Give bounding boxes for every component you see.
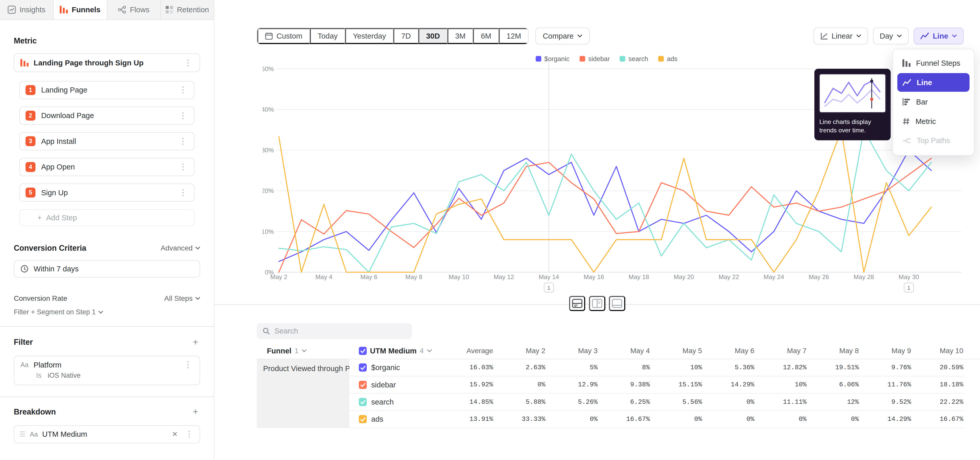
day-column-header[interactable]: May 5	[651, 347, 703, 355]
funnel-step-1[interactable]: 1Landing Page⋮	[19, 81, 194, 99]
legend-swatch	[658, 56, 664, 62]
kebab-menu-icon[interactable]: ⋮	[178, 188, 188, 197]
legend-item[interactable]: ads	[658, 55, 678, 62]
day-column-header[interactable]: May 9	[860, 347, 912, 355]
day-column-header[interactable]: May 3	[547, 347, 599, 355]
tab-retention[interactable]: Retention	[161, 0, 215, 19]
conversion-window-label: Within 7 days	[34, 265, 79, 273]
platform-filter-card[interactable]: Aa Platform ⋮ Is iOS Native	[14, 356, 200, 385]
series-checkbox[interactable]	[359, 363, 367, 372]
kebab-menu-icon[interactable]: ⋮	[183, 59, 193, 67]
menu-item-line[interactable]: Line	[897, 73, 969, 92]
funnel-step-5[interactable]: 5Sign Up⋮	[19, 184, 194, 202]
date-range-7d[interactable]: 7D	[393, 28, 418, 44]
svg-text:May 22: May 22	[718, 273, 739, 280]
chart-annotation-marker[interactable]: 1	[544, 283, 554, 292]
legend-item[interactable]: $organic	[536, 55, 570, 62]
table-row-series-cell[interactable]: search	[349, 394, 446, 410]
view-toggle-chart-only-icon[interactable]	[609, 296, 625, 311]
date-range-yesterday[interactable]: Yesterday	[345, 28, 393, 44]
advanced-dropdown[interactable]: Advanced	[161, 244, 200, 252]
add-filter-button[interactable]: +	[191, 338, 200, 347]
breakdown-column-header[interactable]: UTM Medium 4	[349, 347, 446, 355]
drag-handle-icon[interactable]: ☰	[19, 430, 25, 438]
breakdown-item-card[interactable]: ☰ Aa UTM Medium ✕ ⋮	[14, 425, 200, 443]
sidebar: Metric Landing Page through Sign Up ⋮ 1L…	[0, 20, 215, 460]
series-name: ads	[371, 415, 383, 423]
legend-item[interactable]: search	[620, 55, 648, 62]
tab-insights[interactable]: Insights	[0, 0, 54, 19]
day-column-header[interactable]: May 10	[912, 347, 965, 355]
funnel-column-header[interactable]: Funnel 1	[257, 347, 349, 355]
search-bar[interactable]	[257, 323, 412, 339]
date-range-12m[interactable]: 12M	[499, 28, 528, 44]
date-range-custom[interactable]: Custom	[257, 28, 310, 44]
interval-day-button[interactable]: Day	[873, 27, 908, 45]
value-cell: 18.18%	[912, 377, 965, 394]
add-step-button[interactable]: + Add Step	[19, 209, 194, 226]
view-toggle-split-vertical-icon[interactable]	[589, 296, 605, 311]
kebab-menu-icon[interactable]: ⋮	[178, 112, 188, 120]
select-all-checkbox[interactable]	[359, 347, 367, 355]
funnel-step-3[interactable]: 3App Install⋮	[19, 132, 194, 150]
add-breakdown-button[interactable]: +	[191, 407, 200, 417]
svg-text:May 28: May 28	[853, 273, 874, 280]
date-range-label: Today	[318, 32, 338, 40]
kebab-menu-icon[interactable]: ⋮	[183, 361, 193, 369]
date-range-6m[interactable]: 6M	[473, 28, 499, 44]
scale-linear-button[interactable]: Linear	[814, 27, 868, 45]
menu-item-metric[interactable]: Metric	[897, 112, 969, 131]
series-line-ads[interactable]	[279, 130, 931, 272]
day-column-header[interactable]: May 4	[599, 347, 651, 355]
day-column-header[interactable]: May 7	[756, 347, 808, 355]
value-cell: 5%	[547, 359, 599, 377]
remove-breakdown-icon[interactable]: ✕	[170, 430, 180, 438]
compare-label: Compare	[543, 32, 574, 40]
funnel-step-4[interactable]: 4App Open⋮	[19, 158, 194, 176]
kebab-menu-icon[interactable]: ⋮	[178, 86, 188, 94]
average-column-header[interactable]: Average	[446, 347, 494, 355]
day-column-header[interactable]: May 8	[808, 347, 860, 355]
step-number-badge: 3	[25, 136, 35, 146]
kebab-menu-icon[interactable]: ⋮	[178, 137, 188, 145]
view-toggle-split-horizontal-icon[interactable]	[569, 296, 585, 311]
table-row-series-cell[interactable]: ads	[349, 411, 446, 428]
kebab-menu-icon[interactable]: ⋮	[184, 430, 195, 438]
filter-segment-toggle[interactable]: Filter + Segment on Step 1	[14, 308, 200, 316]
series-checkbox[interactable]	[359, 398, 367, 406]
kebab-menu-icon[interactable]: ⋮	[178, 163, 188, 171]
funnel-group-cell[interactable]: Product Viewed through P...	[257, 359, 349, 428]
date-range-today[interactable]: Today	[310, 28, 345, 44]
day-column-header[interactable]: May 2	[494, 347, 547, 355]
conversion-window-card[interactable]: Within 7 days	[14, 260, 200, 278]
date-range-30d[interactable]: 30D	[418, 28, 447, 44]
chevron-down-icon	[98, 311, 103, 314]
table-row-series-cell[interactable]: sidebar	[349, 377, 446, 394]
tab-flows[interactable]: Flows	[107, 0, 161, 19]
search-input[interactable]	[274, 327, 406, 335]
legend-item[interactable]: sidebar	[579, 55, 610, 62]
chart-annotation-marker[interactable]: 1	[904, 283, 913, 292]
tab-funnels[interactable]: Funnels	[54, 0, 107, 19]
date-range-3m[interactable]: 3M	[447, 28, 473, 44]
series-checkbox[interactable]	[359, 381, 367, 389]
value-cell: 9.76%	[860, 359, 912, 377]
filter-value[interactable]: iOS Native	[48, 372, 81, 380]
value-cell: 0%	[651, 411, 703, 428]
funnel-metric-card[interactable]: Landing Page through Sign Up ⋮	[14, 53, 200, 72]
value-cell: 5.26%	[547, 394, 599, 410]
compare-button[interactable]: Compare	[535, 27, 590, 45]
filter-operator[interactable]: Is	[36, 372, 41, 380]
menu-item-bar[interactable]: Bar	[897, 93, 969, 111]
all-steps-label: All Steps	[164, 294, 192, 303]
series-checkbox[interactable]	[359, 415, 367, 423]
chart-type-line-button[interactable]: Line	[914, 27, 964, 45]
funnel-steps-list: 1Landing Page⋮2Download Page⋮3App Instal…	[14, 81, 200, 202]
table-row-series-cell[interactable]: $organic	[349, 359, 446, 377]
all-steps-dropdown[interactable]: All Steps	[164, 294, 200, 303]
linear-label: Linear	[832, 32, 853, 40]
funnel-step-2[interactable]: 2Download Page⋮	[19, 107, 194, 125]
day-column-header[interactable]: May 6	[703, 347, 756, 355]
menu-item-funnel-steps[interactable]: Funnel Steps	[897, 54, 969, 72]
day-label: Day	[880, 32, 893, 40]
